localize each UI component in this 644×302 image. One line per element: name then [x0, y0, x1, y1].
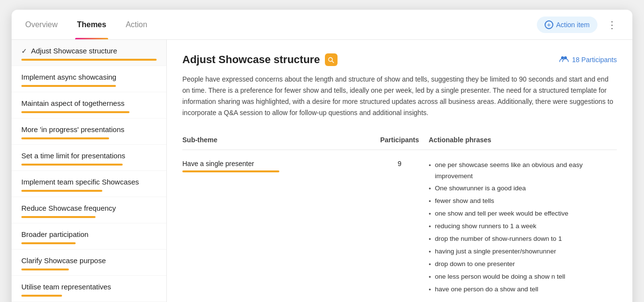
- header-sub-theme: Sub-theme: [182, 136, 370, 144]
- main-window: Overview Themes Action + Action item ⋮: [12, 10, 632, 302]
- sidebar-item-utilise-team[interactable]: Utilise team representatives: [12, 276, 166, 302]
- header-actionable-phrases: Actionable phrases: [429, 136, 617, 144]
- sidebar-item-reduce-frequency[interactable]: Reduce Showcase frequency: [12, 197, 166, 223]
- progress-bar-2: [21, 111, 129, 113]
- plus-circle-icon: +: [545, 20, 553, 29]
- sub-theme-progress-bar: [182, 170, 279, 172]
- bullet-icon: •: [429, 184, 431, 195]
- bullet-icon: •: [429, 272, 431, 283]
- header-participants: Participants: [370, 136, 429, 144]
- participants-badge: 18 Participants: [559, 55, 617, 64]
- table-row: Have a single presenter 9 • one per show…: [182, 156, 617, 300]
- bullet-icon: •: [429, 259, 431, 270]
- sidebar-item-adjust-showcase[interactable]: ✓ Adjust Showcase structure: [12, 40, 166, 66]
- phrase-item: • having just a single presenter/showrun…: [429, 246, 617, 258]
- content-header: Adjust Showcase structure: [182, 53, 617, 66]
- content-area: Adjust Showcase structure: [167, 40, 632, 302]
- bullet-icon: •: [429, 209, 431, 220]
- bullet-icon: •: [429, 221, 431, 233]
- progress-bar-3: [21, 137, 109, 139]
- actionable-phrases-cell: • one per showcase seems like an obvious…: [429, 160, 617, 296]
- sidebar-item-implement-async[interactable]: Implement async showcasing: [12, 66, 166, 92]
- main-layout: ✓ Adjust Showcase structure Implement as…: [12, 40, 632, 302]
- tab-themes[interactable]: Themes: [75, 10, 108, 39]
- progress-bar-1: [21, 85, 116, 87]
- svg-line-1: [332, 61, 334, 63]
- action-item-button[interactable]: + Action item: [537, 17, 597, 33]
- more-options-button[interactable]: ⋮: [603, 17, 621, 33]
- content-description: People have expressed concerns about the…: [182, 74, 617, 118]
- phrase-item: • one show and tell per week would be ef…: [429, 208, 617, 220]
- check-icon: ✓: [21, 47, 27, 55]
- content-title: Adjust Showcase structure: [182, 53, 338, 66]
- bullet-icon: •: [429, 285, 431, 296]
- phrase-item: • drop down to one presenter: [429, 259, 617, 270]
- progress-bar-6: [21, 216, 96, 218]
- bullet-icon: •: [429, 196, 431, 207]
- nav-tabs: Overview Themes Action: [23, 10, 149, 39]
- sub-theme-table: Sub-theme Participants Actionable phrase…: [182, 132, 617, 300]
- top-navigation: Overview Themes Action + Action item ⋮: [12, 10, 632, 40]
- sidebar-item-maintain-togetherness[interactable]: Maintain aspect of togetherness: [12, 92, 166, 118]
- progress-bar-4: [21, 164, 123, 166]
- sidebar-item-clarify-purpose[interactable]: Clarify Showcase purpose: [12, 250, 166, 276]
- tab-action[interactable]: Action: [124, 10, 149, 39]
- table-header: Sub-theme Participants Actionable phrase…: [182, 132, 617, 150]
- phrase-item: • One showrunner is a good idea: [429, 183, 617, 195]
- sidebar-item-implement-team[interactable]: Implement team specific Showcases: [12, 171, 166, 197]
- search-icon: [325, 53, 338, 66]
- bullet-icon: •: [429, 247, 431, 258]
- bullet-icon: •: [429, 234, 431, 245]
- participants-count-cell: 9: [370, 160, 429, 168]
- phrase-item: • have one person do a show and tell: [429, 284, 617, 296]
- sidebar-item-broader-participation[interactable]: Broader participation: [12, 223, 166, 250]
- progress-bar-8: [21, 268, 69, 270]
- bullet-icon: •: [429, 160, 431, 171]
- progress-bar-0: [21, 59, 157, 61]
- progress-bar-9: [21, 295, 62, 297]
- phrase-item: • fewer show and tells: [429, 196, 617, 207]
- nav-right-actions: + Action item ⋮: [537, 17, 621, 33]
- sidebar-item-set-time-limit[interactable]: Set a time limit for presentations: [12, 145, 166, 171]
- phrase-item: • reducing show runners to 1 a week: [429, 221, 617, 233]
- progress-bar-7: [21, 242, 76, 244]
- phrase-item: • one less person would be doing a show …: [429, 271, 617, 283]
- sidebar: ✓ Adjust Showcase structure Implement as…: [12, 40, 167, 302]
- progress-bar-5: [21, 190, 102, 192]
- tab-overview[interactable]: Overview: [23, 10, 60, 39]
- phrase-item: • one per showcase seems like an obvious…: [429, 160, 617, 182]
- sub-theme-cell: Have a single presenter: [182, 160, 370, 172]
- participants-icon: [559, 55, 569, 64]
- phrase-item: • drop the number of show-runners down t…: [429, 234, 617, 245]
- sidebar-item-more-in-progress[interactable]: More 'in progress' presentations: [12, 118, 166, 145]
